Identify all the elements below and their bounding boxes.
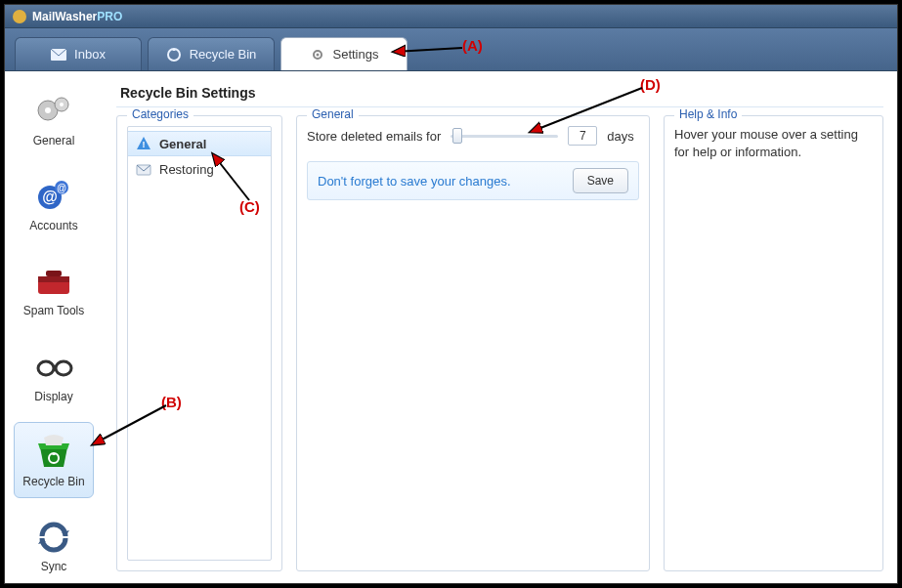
svg-rect-14	[46, 271, 62, 276]
help-panel: Help & Info Hover your mouse over a sett…	[664, 115, 883, 571]
category-label: Restoring	[159, 162, 214, 177]
sync-icon	[32, 517, 75, 556]
svg-rect-13	[38, 276, 69, 282]
svg-text:!: !	[143, 140, 146, 149]
categories-list: ! General Restoring	[127, 126, 272, 561]
store-emails-row: Store deleted emails for 7 days	[307, 126, 639, 146]
sidebar-item-label: Accounts	[29, 219, 77, 232]
mail-icon	[51, 47, 66, 63]
sidebar-item-label: Recycle Bin	[22, 475, 84, 488]
app-logo-icon	[13, 10, 26, 23]
svg-point-15	[38, 361, 54, 375]
save-bar: Don't forget to save your changes. Save	[307, 161, 639, 200]
sidebar-item-recycle-bin[interactable]: Recycle Bin	[14, 422, 94, 497]
at-icon: @@	[32, 176, 75, 215]
tab-recycle-bin[interactable]: Recycle Bin	[148, 37, 275, 70]
help-legend: Help & Info	[674, 107, 742, 121]
general-legend: General	[307, 107, 359, 121]
settings-content: Recycle Bin Settings Categories ! Genera…	[103, 71, 897, 583]
save-button[interactable]: Save	[573, 168, 628, 193]
store-emails-label: Store deleted emails for	[307, 129, 441, 144]
svg-point-16	[56, 361, 71, 375]
restore-mail-icon	[136, 161, 151, 177]
tab-recycle-label: Recycle Bin	[190, 47, 257, 62]
gears-icon	[32, 91, 75, 130]
recycle-icon	[166, 47, 182, 63]
settings-sidebar: General @@ Accounts Spam Tools Display	[5, 71, 103, 583]
help-text: Hover your mouse over a setting for help…	[674, 126, 873, 160]
sidebar-item-label: Spam Tools	[23, 304, 84, 317]
settings-row: Categories ! General Restorin	[116, 115, 883, 571]
save-reminder-text: Don't forget to save your changes.	[318, 174, 511, 189]
svg-text:@: @	[57, 183, 66, 193]
sidebar-item-spam-tools[interactable]: Spam Tools	[14, 252, 94, 327]
info-icon: !	[136, 136, 151, 151]
svg-point-3	[316, 53, 319, 56]
svg-point-5	[45, 107, 51, 113]
main-area: General @@ Accounts Spam Tools Display	[5, 71, 897, 583]
gear-icon	[310, 47, 325, 63]
page-title: Recycle Bin Settings	[120, 85, 883, 101]
sidebar-item-label: Sync	[41, 560, 67, 573]
tab-settings-label: Settings	[333, 47, 379, 62]
days-slider[interactable]	[451, 127, 558, 145]
days-input[interactable]: 7	[568, 126, 597, 146]
category-label: General	[159, 137, 206, 151]
svg-point-7	[60, 103, 64, 106]
app-window: MailWasherPRO Inbox Recycle Bin Settings	[4, 4, 898, 584]
sidebar-item-general[interactable]: General	[14, 81, 94, 156]
title-bar: MailWasherPRO	[5, 5, 897, 28]
general-panel: General Store deleted emails for 7 days …	[296, 115, 650, 571]
categories-panel: Categories ! General Restorin	[116, 115, 282, 571]
top-tab-bar: Inbox Recycle Bin Settings	[5, 28, 897, 71]
categories-legend: Categories	[127, 107, 193, 121]
tab-inbox[interactable]: Inbox	[15, 37, 142, 70]
toolbox-icon	[32, 261, 75, 300]
sidebar-item-label: Display	[34, 390, 72, 403]
sidebar-item-sync[interactable]: Sync	[14, 508, 94, 583]
svg-text:@: @	[42, 189, 58, 205]
glasses-icon	[32, 347, 75, 386]
category-restoring[interactable]: Restoring	[128, 156, 271, 182]
tab-inbox-label: Inbox	[74, 47, 106, 62]
sidebar-item-accounts[interactable]: @@ Accounts	[14, 166, 94, 241]
app-title: MailWasherPRO	[32, 10, 122, 23]
tab-settings[interactable]: Settings	[280, 37, 408, 70]
title-divider	[116, 106, 883, 107]
days-unit-label: days	[607, 129, 633, 144]
recycle-bin-icon	[32, 432, 75, 471]
sidebar-item-label: General	[33, 134, 75, 147]
sidebar-item-display[interactable]: Display	[14, 337, 94, 412]
category-general[interactable]: ! General	[128, 131, 271, 156]
